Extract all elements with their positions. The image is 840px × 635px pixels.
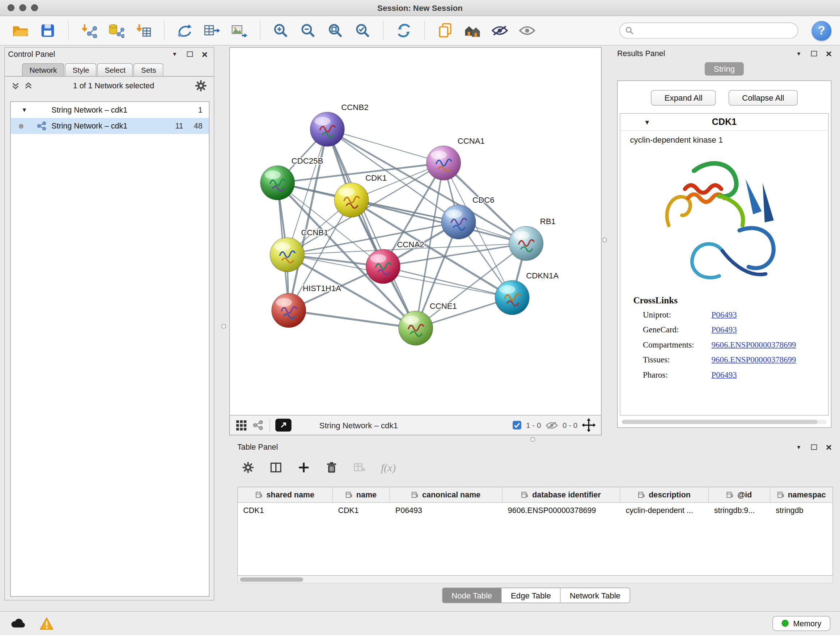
cell-database-identifier[interactable]: 9606.ENSP00000378699 xyxy=(502,503,621,517)
cell-namespace[interactable]: stringdb xyxy=(770,503,832,517)
tab-network[interactable]: Network xyxy=(22,63,65,76)
panel-float-icon[interactable] xyxy=(808,48,820,59)
share-view-icon[interactable] xyxy=(252,419,264,431)
column-header-name[interactable]: name xyxy=(333,487,390,502)
apply-layout-button[interactable] xyxy=(392,19,416,42)
zoom-out-button[interactable] xyxy=(296,19,320,42)
results-tab-string[interactable]: String xyxy=(705,62,744,76)
zoom-fit-button[interactable] xyxy=(324,19,347,42)
cell-shared-name[interactable]: CDK1 xyxy=(238,503,333,517)
tissues-link[interactable]: 9606.ENSP00000378699 xyxy=(712,355,796,364)
import-table-file-button[interactable] xyxy=(132,19,155,42)
table-hscrollbar-thumb[interactable] xyxy=(240,578,303,582)
network-edge[interactable] xyxy=(289,310,416,328)
splitter-handle-bottom[interactable] xyxy=(531,437,535,442)
cloud-icon[interactable] xyxy=(10,617,27,629)
network-collection-row[interactable]: ▼ String Network – cdk1 1 xyxy=(11,102,209,118)
show-eye-button[interactable] xyxy=(515,19,539,42)
uniprot-link[interactable]: P06493 xyxy=(712,310,737,320)
hidden-eye-icon[interactable] xyxy=(545,421,558,430)
panel-close-icon[interactable]: × xyxy=(823,48,835,59)
network-edge[interactable] xyxy=(327,129,444,163)
zoom-in-button[interactable] xyxy=(269,19,292,42)
home-button[interactable] xyxy=(461,19,485,42)
search-input[interactable] xyxy=(637,27,792,35)
network-node-rb1[interactable]: RB1 xyxy=(509,217,556,261)
network-node-ccnb1[interactable]: CCNB1 xyxy=(270,228,328,272)
save-session-button[interactable] xyxy=(36,19,59,42)
grid-view-icon[interactable] xyxy=(235,419,247,431)
network-node-ccnb2[interactable]: CCNB2 xyxy=(310,103,368,147)
tab-sets[interactable]: Sets xyxy=(134,63,164,76)
tab-edge-table[interactable]: Edge Table xyxy=(502,587,561,603)
column-header-shared-name[interactable]: shared name xyxy=(238,487,333,502)
splitter-handle-left[interactable] xyxy=(221,324,226,328)
collapse-all-button[interactable]: Collapse All xyxy=(729,90,797,106)
protein-section-header[interactable]: ▼ CDK1 xyxy=(621,114,829,131)
copy-button[interactable] xyxy=(433,19,457,42)
network-row[interactable]: String Network – cdk1 11 48 xyxy=(11,118,209,134)
gear-icon[interactable] xyxy=(195,79,208,92)
help-button[interactable]: ? xyxy=(812,21,832,41)
show-columns-icon[interactable] xyxy=(270,461,283,474)
open-session-button[interactable] xyxy=(9,19,32,42)
collapse-tree-icon[interactable] xyxy=(24,81,33,90)
zoom-selected-button[interactable] xyxy=(351,19,374,42)
network-node-hist1h1a[interactable]: HIST1H1A xyxy=(272,284,341,328)
column-header-description[interactable]: description xyxy=(621,487,709,502)
cell-canonical-name[interactable]: P06493 xyxy=(390,503,502,517)
table-row[interactable]: CDK1 CDK1 P06493 9606.ENSP00000378699 cy… xyxy=(238,503,833,517)
panel-close-icon[interactable]: × xyxy=(823,442,835,453)
expand-tree-icon[interactable] xyxy=(11,81,20,90)
panel-collapse-icon[interactable]: ▾ xyxy=(169,49,180,60)
tab-node-table[interactable]: Node Table xyxy=(442,587,502,603)
panel-float-icon[interactable] xyxy=(184,49,196,60)
pharos-link[interactable]: P06493 xyxy=(712,370,737,380)
panel-collapse-icon[interactable]: ▾ xyxy=(793,48,805,59)
network-node-cdk1[interactable]: CDK1 xyxy=(334,173,387,217)
table-panel-header: Table Panel ▾ × xyxy=(234,440,838,454)
network-node-cdkn1a[interactable]: CDKN1A xyxy=(495,271,559,315)
column-header-namespace[interactable]: namespac xyxy=(770,487,832,502)
section-caret-icon[interactable]: ▼ xyxy=(644,119,651,126)
selected-checkbox-icon[interactable] xyxy=(512,420,522,430)
tree-caret-icon[interactable]: ▼ xyxy=(21,107,27,113)
column-header-id[interactable]: @id xyxy=(709,487,770,502)
column-header-database-identifier[interactable]: database identifier xyxy=(502,487,621,502)
column-header-canonical-name[interactable]: canonical name xyxy=(390,487,502,502)
network-node-cdc6[interactable]: CDC6 xyxy=(441,195,494,239)
cell-name[interactable]: CDK1 xyxy=(333,503,390,517)
network-edge[interactable] xyxy=(327,129,416,328)
add-column-icon[interactable] xyxy=(297,461,310,474)
cell-id[interactable]: stringdb:9... xyxy=(709,503,770,517)
expand-all-button[interactable]: Expand All xyxy=(651,90,716,106)
import-network-file-button[interactable] xyxy=(77,19,101,42)
new-network-from-selection-button[interactable] xyxy=(173,19,196,42)
delete-column-trash-icon[interactable] xyxy=(325,461,338,474)
results-hscrollbar-thumb[interactable] xyxy=(622,420,818,424)
hide-eye-button[interactable] xyxy=(488,19,512,42)
birds-eye-view-button[interactable] xyxy=(275,419,291,432)
pan-crosshair-icon[interactable] xyxy=(582,418,596,432)
genecard-link[interactable]: P06493 xyxy=(712,325,737,334)
tab-style[interactable]: Style xyxy=(65,63,97,76)
export-table-button[interactable] xyxy=(201,19,224,42)
close-window-button[interactable] xyxy=(8,4,14,11)
splitter-handle-right[interactable] xyxy=(602,238,607,242)
panel-collapse-icon[interactable]: ▾ xyxy=(793,442,805,453)
zoom-window-button[interactable] xyxy=(31,4,38,11)
memory-button[interactable]: Memory xyxy=(772,616,830,631)
tab-select[interactable]: Select xyxy=(97,63,133,76)
minimize-window-button[interactable] xyxy=(19,4,26,11)
cell-description[interactable]: cyclin-dependent ... xyxy=(621,503,709,517)
table-settings-gear-icon[interactable] xyxy=(242,461,255,474)
network-view-canvas[interactable]: CCNB2CCNA1CDC25BCDK1CDC6RB1CCNB1CCNA2CDK… xyxy=(229,47,602,415)
network-node-ccna1[interactable]: CCNA1 xyxy=(426,136,485,180)
warning-icon[interactable] xyxy=(40,617,54,630)
panel-float-icon[interactable] xyxy=(808,442,820,453)
export-image-button[interactable] xyxy=(227,19,251,42)
tab-network-table[interactable]: Network Table xyxy=(561,587,630,603)
panel-close-icon[interactable]: × xyxy=(199,49,210,60)
compartments-link[interactable]: 9606.ENSP00000378699 xyxy=(712,340,796,350)
import-network-database-button[interactable] xyxy=(104,19,128,42)
